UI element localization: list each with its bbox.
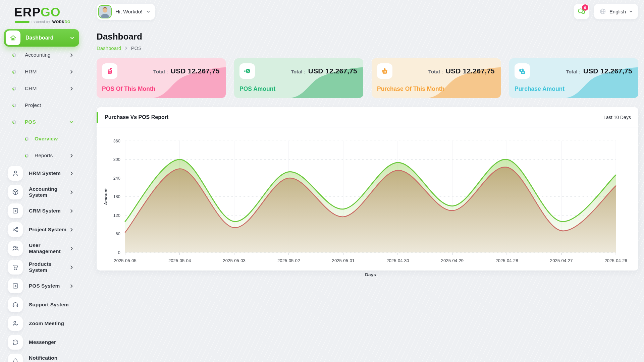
sidebar-item-products-system[interactable]: Products System — [4, 258, 79, 277]
svg-text:2025-05-04: 2025-05-04 — [168, 258, 191, 263]
chevron-down-icon — [629, 9, 633, 13]
bell-icon — [8, 354, 23, 362]
money-transfer-icon — [239, 63, 255, 79]
stat-card-pos-amount: Total :USD 12.267,75 POS Amount — [234, 58, 363, 98]
sidebar-item-label: POS System — [29, 283, 69, 289]
svg-text:2025-04-26: 2025-04-26 — [604, 258, 627, 263]
bullet-donut-icon — [12, 70, 16, 74]
sidebar-item-hrm[interactable]: HRM — [4, 63, 79, 80]
cube-icon — [8, 185, 23, 199]
chevron-right-icon — [69, 228, 74, 232]
cart-icon — [8, 260, 23, 275]
sidebar-item-label: Overview — [35, 136, 74, 142]
sidebar-item-overview[interactable]: Overview — [4, 130, 79, 147]
banknotes-icon — [515, 63, 530, 79]
notifications-button[interactable]: 0 — [574, 3, 590, 19]
chat-icon — [8, 335, 23, 350]
total-label: Total : — [566, 69, 581, 74]
users-icon — [8, 241, 23, 256]
card-accent-bar — [97, 112, 98, 123]
bullet-donut-icon — [25, 154, 29, 158]
sidebar-item-user-management[interactable]: User Management — [4, 239, 79, 258]
stat-card-label: POS Of This Month — [102, 85, 155, 93]
stat-cards-row: Total :USD 12.267,75 POS Of This Month T… — [97, 58, 638, 98]
breadcrumb: Dashboard POS — [97, 45, 638, 51]
purchase-vs-pos-chart: 0601201802403003602025-05-052025-05-0420… — [97, 127, 638, 280]
main-content: Hi, Workdo! 0 English Dashboard Dashboar… — [83, 0, 644, 270]
logo-wordmark: ERPGO — [14, 6, 79, 18]
language-label: English — [609, 9, 626, 14]
topbar: Hi, Workdo! 0 English — [97, 3, 638, 20]
headset-icon — [8, 297, 23, 312]
notification-count-badge: 0 — [582, 4, 588, 11]
svg-text:360: 360 — [113, 139, 120, 143]
svg-text:2025-05-03: 2025-05-03 — [223, 258, 245, 263]
svg-text:2025-05-02: 2025-05-02 — [277, 258, 300, 263]
sidebar-item-crm-system[interactable]: CRM System — [4, 201, 79, 220]
language-selector[interactable]: English — [594, 3, 638, 19]
sidebar-item-accounting[interactable]: Accounting — [4, 47, 79, 63]
sidebar-item-label: User Management — [29, 242, 69, 254]
stat-card-purchase-of-this-month: Total :USD 12.267,75 Purchase Of This Mo… — [372, 58, 501, 98]
svg-text:2025-04-29: 2025-04-29 — [441, 258, 464, 263]
greeting-label: Hi, Workdo! — [115, 9, 143, 15]
chevron-right-icon — [69, 86, 74, 91]
svg-text:2025-04-28: 2025-04-28 — [495, 258, 518, 263]
total-amount: USD 12.267,75 — [446, 67, 495, 75]
breadcrumb-dashboard-link[interactable]: Dashboard — [97, 45, 121, 51]
sidebar-item-reports[interactable]: Reports — [4, 147, 79, 164]
sidebar-item-dashboard[interactable]: Dashboard — [4, 29, 79, 47]
sidebar-item-pos-system[interactable]: POS System — [4, 277, 79, 295]
chart-card: Purchase Vs POS Report Last 10 Days 0601… — [97, 107, 638, 270]
powered-by-label: Powered By — [32, 20, 50, 23]
sidebar-item-zoom-meeting[interactable]: Zoom Meeting — [4, 314, 79, 333]
total-label: Total : — [428, 69, 443, 74]
sidebar-item-project-system[interactable]: Project System — [4, 220, 79, 239]
sidebar-item-accounting-system[interactable]: Accounting System — [4, 183, 79, 201]
sidebar-item-label: HRM System — [29, 170, 69, 176]
svg-text:240: 240 — [113, 176, 120, 181]
app-window-icon — [8, 279, 23, 293]
workdo-brand: WORKDO — [52, 20, 70, 24]
area-chart-svg: 0601201802403003602025-05-052025-05-0420… — [101, 133, 635, 280]
chevron-right-icon — [69, 70, 74, 74]
sidebar-item-support-system[interactable]: Support System — [4, 295, 79, 314]
stat-card-label: Purchase Of This Month — [377, 85, 444, 93]
app-logo[interactable]: ERPGO Powered By WORKDO — [14, 6, 79, 24]
stat-card-label: Purchase Amount — [515, 85, 565, 93]
sidebar-item-messenger[interactable]: Messenger — [4, 333, 79, 352]
chart-title: Purchase Vs POS Report — [105, 114, 168, 120]
sidebar-item-label: Products System — [29, 261, 69, 273]
sidebar-item-label: Accounting System — [29, 186, 69, 198]
chevron-right-icon — [69, 265, 74, 269]
home-icon — [6, 31, 20, 45]
svg-text:120: 120 — [113, 213, 120, 218]
svg-text:60: 60 — [116, 232, 120, 236]
stat-card-purchase-amount: Total :USD 12.267,75 Purchase Amount — [509, 58, 638, 98]
chevron-down-icon — [70, 36, 74, 40]
pos-machine-icon — [102, 63, 117, 79]
user-menu[interactable]: Hi, Workdo! — [97, 3, 155, 20]
sidebar-item-label: HRM — [25, 69, 69, 75]
sidebar-item-crm[interactable]: CRM — [4, 80, 79, 97]
total-amount: USD 12.267,75 — [171, 67, 220, 75]
sidebar-item-pos[interactable]: POS — [4, 114, 79, 130]
sidebar-item-project[interactable]: Project — [4, 97, 79, 114]
svg-text:2025-05-01: 2025-05-01 — [332, 258, 355, 263]
sidebar-item-hrm-system[interactable]: HRM System — [4, 164, 79, 183]
bullet-donut-icon — [12, 53, 16, 57]
chevron-down-icon — [69, 120, 74, 124]
chart-range-label: Last 10 Days — [603, 115, 631, 120]
page-title: Dashboard — [97, 32, 638, 42]
sidebar-item-notification-template[interactable]: Notification Template — [4, 352, 79, 362]
sidebar-nav: Dashboard Accounting HRM CRM Project POS… — [4, 29, 79, 362]
basket-icon — [377, 63, 392, 79]
stat-card-label: POS Amount — [239, 85, 275, 93]
bullet-donut-icon — [12, 120, 16, 124]
chart-card-header: Purchase Vs POS Report Last 10 Days — [97, 107, 638, 127]
sidebar-item-label: Messenger — [29, 339, 74, 345]
sidebar-item-label: CRM System — [29, 208, 69, 214]
sidebar-item-label: Project System — [29, 227, 69, 233]
chevron-right-icon — [69, 53, 74, 57]
chevron-right-icon — [124, 46, 127, 50]
